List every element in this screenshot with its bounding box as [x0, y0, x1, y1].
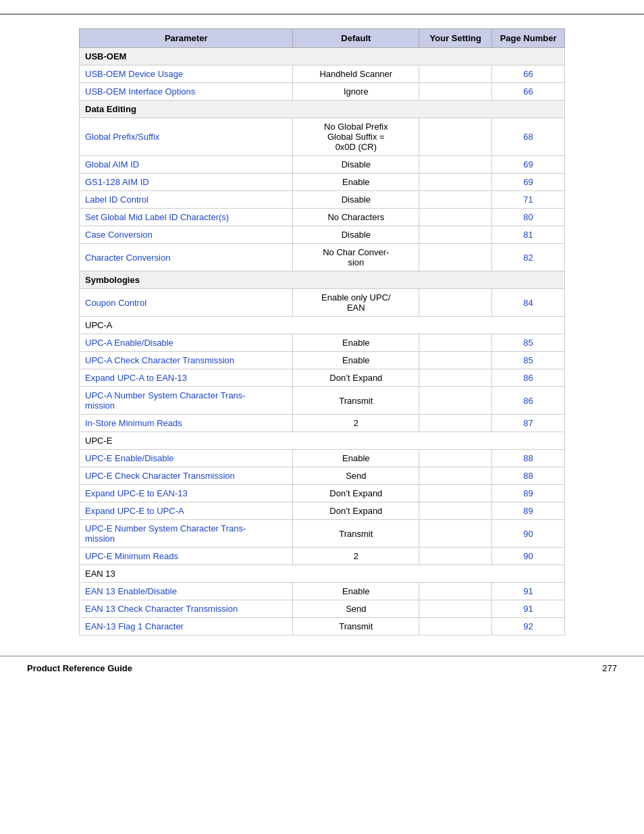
page-number-cell[interactable]: 66 — [492, 66, 565, 83]
page-number-cell[interactable]: 81 — [492, 226, 565, 244]
param-cell[interactable]: Coupon Control — [80, 289, 293, 317]
table-row: UPC-A Number System Character Trans- mis… — [80, 387, 565, 415]
footer-title: Product Reference Guide — [27, 663, 132, 673]
your-setting-cell — [419, 83, 492, 101]
page-number-cell[interactable]: 68 — [492, 118, 565, 156]
page-number-cell[interactable]: 69 — [492, 174, 565, 191]
your-setting-cell — [419, 600, 492, 618]
table-row: Label ID ControlDisable71 — [80, 191, 565, 209]
page-number-cell[interactable]: 80 — [492, 209, 565, 226]
section-header-plain-label: EAN 13 — [80, 565, 565, 583]
param-cell[interactable]: Label ID Control — [80, 191, 293, 209]
page-number-cell[interactable]: 85 — [492, 334, 565, 352]
default-cell: Don’t Expand — [293, 485, 419, 502]
default-cell: Send — [293, 600, 419, 618]
page-number-cell[interactable]: 85 — [492, 352, 565, 369]
page-number-cell[interactable]: 87 — [492, 415, 565, 432]
table-row: UPC-E — [80, 432, 565, 450]
table-row: UPC-A Check Character TransmissionEnable… — [80, 352, 565, 369]
table-row: UPC-E Number System Character Trans- mis… — [80, 520, 565, 548]
default-cell: Transmit — [293, 520, 419, 548]
table-row: Symbologies — [80, 271, 565, 289]
page-number-cell[interactable]: 89 — [492, 502, 565, 520]
page-number-cell[interactable]: 89 — [492, 485, 565, 502]
page-number-cell[interactable]: 88 — [492, 450, 565, 467]
table-row: Expand UPC-E to EAN-13Don’t Expand89 — [80, 485, 565, 502]
param-cell[interactable]: Case Conversion — [80, 226, 293, 244]
param-cell[interactable]: Global AIM ID — [80, 156, 293, 174]
page-number-cell[interactable]: 71 — [492, 191, 565, 209]
param-cell[interactable]: EAN 13 Check Character Transmission — [80, 600, 293, 618]
table-row: EAN-13 Flag 1 CharacterTransmit92 — [80, 618, 565, 635]
param-cell[interactable]: USB-OEM Device Usage — [80, 66, 293, 83]
default-cell: Transmit — [293, 618, 419, 635]
section-header-label: Symbologies — [80, 271, 565, 289]
your-setting-cell — [419, 209, 492, 226]
param-cell[interactable]: UPC-A Check Character Transmission — [80, 352, 293, 369]
param-cell[interactable]: In-Store Minimum Reads — [80, 415, 293, 432]
table-row: GS1-128 AIM IDEnable69 — [80, 174, 565, 191]
default-cell: 2 — [293, 548, 419, 565]
table-row: EAN 13 Enable/DisableEnable91 — [80, 583, 565, 600]
page-number-cell[interactable]: 88 — [492, 467, 565, 485]
param-cell[interactable]: UPC-E Enable/Disable — [80, 450, 293, 467]
param-cell[interactable]: GS1-128 AIM ID — [80, 174, 293, 191]
page-number-cell[interactable]: 69 — [492, 156, 565, 174]
param-cell[interactable]: UPC-E Check Character Transmission — [80, 467, 293, 485]
header-default: Default — [293, 29, 419, 48]
param-cell[interactable]: UPC-E Minimum Reads — [80, 548, 293, 565]
your-setting-cell — [419, 174, 492, 191]
param-cell[interactable]: Character Conversion — [80, 244, 293, 271]
page-number-cell[interactable]: 86 — [492, 387, 565, 415]
default-cell: Enable — [293, 334, 419, 352]
header-page-number: Page Number — [492, 29, 565, 48]
default-cell: Transmit — [293, 387, 419, 415]
param-cell[interactable]: Global Prefix/Suffix — [80, 118, 293, 156]
top-border — [0, 14, 644, 15]
your-setting-cell — [419, 289, 492, 317]
page-number-cell[interactable]: 91 — [492, 583, 565, 600]
table-row: UPC-E Check Character TransmissionSend88 — [80, 467, 565, 485]
page-number-cell[interactable]: 86 — [492, 369, 565, 387]
default-cell: Ignore — [293, 83, 419, 101]
default-cell: Disable — [293, 226, 419, 244]
param-cell[interactable]: Expand UPC-A to EAN-13 — [80, 369, 293, 387]
table-row: EAN 13 — [80, 565, 565, 583]
page-number-cell[interactable]: 66 — [492, 83, 565, 101]
default-cell: No Global Prefix Global Suffix = 0x0D (C… — [293, 118, 419, 156]
default-cell: No Characters — [293, 209, 419, 226]
page-number-cell[interactable]: 91 — [492, 600, 565, 618]
table-row: UPC-A — [80, 317, 565, 334]
footer-page-number: 277 — [602, 663, 617, 673]
param-cell[interactable]: EAN 13 Enable/Disable — [80, 583, 293, 600]
param-cell[interactable]: EAN-13 Flag 1 Character — [80, 618, 293, 635]
page-number-cell[interactable]: 82 — [492, 244, 565, 271]
your-setting-cell — [419, 334, 492, 352]
your-setting-cell — [419, 618, 492, 635]
page-number-cell[interactable]: 90 — [492, 520, 565, 548]
page-number-cell[interactable]: 84 — [492, 289, 565, 317]
param-cell[interactable]: Expand UPC-E to EAN-13 — [80, 485, 293, 502]
param-cell[interactable]: Set Global Mid Label ID Character(s) — [80, 209, 293, 226]
page: Parameter Default Your Setting Page Numb… — [0, 0, 644, 834]
param-cell[interactable]: UPC-A Enable/Disable — [80, 334, 293, 352]
your-setting-cell — [419, 226, 492, 244]
param-cell[interactable]: UPC-A Number System Character Trans- mis… — [80, 387, 293, 415]
your-setting-cell — [419, 118, 492, 156]
your-setting-cell — [419, 548, 492, 565]
table-row: USB-OEM Interface OptionsIgnore66 — [80, 83, 565, 101]
param-cell[interactable]: UPC-E Number System Character Trans- mis… — [80, 520, 293, 548]
param-cell[interactable]: USB-OEM Interface Options — [80, 83, 293, 101]
page-number-cell[interactable]: 90 — [492, 548, 565, 565]
table-row: Global AIM IDDisable69 — [80, 156, 565, 174]
your-setting-cell — [419, 191, 492, 209]
default-cell: Enable — [293, 352, 419, 369]
table-row: Global Prefix/SuffixNo Global Prefix Glo… — [80, 118, 565, 156]
default-cell: No Char Conver- sion — [293, 244, 419, 271]
page-number-cell[interactable]: 92 — [492, 618, 565, 635]
section-header-label: Data Editing — [80, 101, 565, 118]
your-setting-cell — [419, 467, 492, 485]
table-row: Data Editing — [80, 101, 565, 118]
table-row: UPC-E Enable/DisableEnable88 — [80, 450, 565, 467]
param-cell[interactable]: Expand UPC-E to UPC-A — [80, 502, 293, 520]
